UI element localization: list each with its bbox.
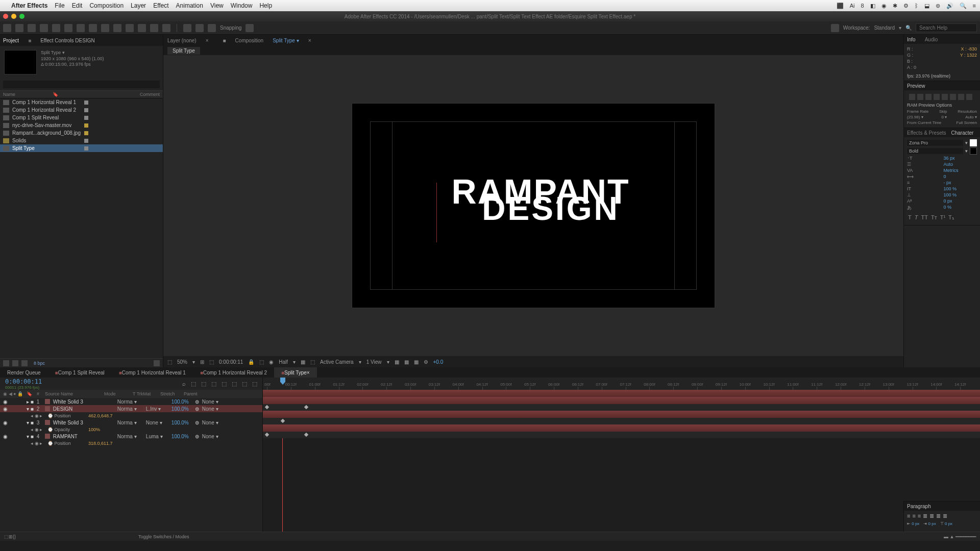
play-icon[interactable] xyxy=(925,94,932,100)
zoom-icon[interactable] xyxy=(19,14,24,19)
close-icon[interactable] xyxy=(3,14,8,19)
roto-tool-icon[interactable] xyxy=(150,24,158,32)
world-axis-icon[interactable] xyxy=(195,24,204,32)
comp-name-label[interactable]: Split Type ▾ xyxy=(41,50,104,56)
tl-opt-icon[interactable]: ⬚ xyxy=(222,381,227,387)
menu-file[interactable]: File xyxy=(55,2,64,9)
menu-edit[interactable]: Edit xyxy=(72,2,83,9)
view-axis-icon[interactable] xyxy=(208,24,216,32)
exposure-value[interactable]: +0.0 xyxy=(433,359,444,365)
tl-foot-icon[interactable]: ⬚ xyxy=(4,534,9,539)
layer-tab[interactable]: Layer (none) xyxy=(167,38,197,43)
tl-opt-icon[interactable]: ⬚ xyxy=(201,381,206,387)
tab-project[interactable]: Project xyxy=(3,38,19,43)
trash-icon[interactable] xyxy=(154,360,160,366)
spotlight-icon[interactable]: 🔍 xyxy=(960,3,967,9)
eyedropper-icon[interactable] xyxy=(970,139,977,146)
app-name[interactable]: After Effects xyxy=(11,2,47,9)
zoom-tool-icon[interactable] xyxy=(28,24,36,32)
ram-preview-icon[interactable] xyxy=(966,94,972,100)
tl-opt-icon[interactable]: ⬚ xyxy=(211,381,216,387)
tracking[interactable]: 0 xyxy=(944,174,977,179)
faux-bold-icon[interactable]: T xyxy=(908,214,912,221)
align-left-icon[interactable]: ≡ xyxy=(907,513,910,519)
ram-preview-label[interactable]: RAM Preview Options xyxy=(907,102,977,109)
faux-italic-icon[interactable]: T xyxy=(915,214,918,221)
camera-dropdown[interactable]: Active Camera xyxy=(320,359,354,365)
allcaps-icon[interactable]: TT xyxy=(921,214,927,221)
menu-composition[interactable]: Composition xyxy=(89,2,124,9)
tl-opt-icon[interactable]: ⬚ xyxy=(191,381,196,387)
font-weight-dropdown[interactable]: Bold xyxy=(907,148,963,154)
new-folder-icon[interactable] xyxy=(12,360,18,366)
menu-animation[interactable]: Animation xyxy=(176,2,203,9)
rotate-tool-icon[interactable] xyxy=(40,24,48,32)
comp-tab-link[interactable]: Split Type ▾ xyxy=(273,38,299,43)
last-frame-icon[interactable] xyxy=(942,94,948,100)
fill-color-swatch[interactable] xyxy=(970,147,977,155)
h-scale[interactable]: 100 % xyxy=(944,192,977,197)
menu-window[interactable]: Window xyxy=(231,2,253,9)
timeline-layer[interactable]: ◉▾ ■4RAMPANTNorma ▾Luma ▾100.0%⊚None ▾ xyxy=(0,433,262,440)
timeline-layer[interactable]: ◉▾ ■2DESIGNNorma ▾L.Inv ▾100.0%⊚None ▾ xyxy=(0,405,262,412)
current-time[interactable]: 0:00:00:11 xyxy=(219,359,243,365)
keyframe-icon[interactable] xyxy=(281,419,285,423)
first-frame-icon[interactable] xyxy=(909,94,915,100)
keyframe-icon[interactable] xyxy=(265,433,269,437)
baseline[interactable]: 0 px xyxy=(944,198,977,204)
menu-effect[interactable]: Effect xyxy=(153,2,168,9)
project-search[interactable] xyxy=(3,81,160,88)
views-dropdown[interactable]: 1 View xyxy=(366,359,382,365)
tab-info[interactable]: Info xyxy=(907,37,916,42)
timeline-layer[interactable]: ◉▸ ■1White Solid 3Norma ▾100.0%⊚None ▾ xyxy=(0,398,262,405)
keyframe-icon[interactable] xyxy=(265,405,269,409)
pan-behind-tool-icon[interactable] xyxy=(64,24,72,32)
leading[interactable]: Auto xyxy=(944,162,977,167)
keyframe-icon[interactable] xyxy=(304,433,308,437)
tl-opt-icon[interactable]: ⬚ xyxy=(232,381,237,387)
menu-icon[interactable]: ≡ xyxy=(973,3,976,9)
justify-center-icon[interactable]: ≣ xyxy=(929,513,934,519)
bpc-toggle[interactable]: 8 bpc xyxy=(34,361,45,366)
tab-paragraph[interactable]: Paragraph xyxy=(907,504,931,509)
minimize-icon[interactable] xyxy=(11,14,16,19)
project-item[interactable]: Rampant...ackground_008.jpg xyxy=(0,129,163,137)
text-tool-icon[interactable] xyxy=(101,24,109,32)
current-timecode[interactable]: 0:00:00:11 xyxy=(5,378,42,385)
project-item-folder[interactable]: Solids xyxy=(0,137,163,144)
new-comp-icon[interactable] xyxy=(21,360,28,366)
timeline-tracks[interactable] xyxy=(263,390,980,532)
next-frame-icon[interactable] xyxy=(934,94,940,100)
puppet-tool-icon[interactable] xyxy=(162,24,170,32)
tab-preview[interactable]: Preview xyxy=(907,83,925,89)
subscript-icon[interactable]: T₁ xyxy=(948,214,954,221)
zoom-dropdown[interactable]: 50% xyxy=(177,359,187,365)
resolution-dropdown[interactable]: Half xyxy=(279,359,288,365)
timeline-tab[interactable]: Split Type xyxy=(284,370,307,375)
justify-left-icon[interactable]: ≣ xyxy=(923,513,927,519)
toggle-switches-button[interactable]: Toggle Switches / Modes xyxy=(138,534,189,539)
tsume[interactable]: 0 % xyxy=(944,205,977,211)
project-item[interactable]: Split Type xyxy=(0,144,163,152)
keyframe-icon[interactable] xyxy=(304,405,308,409)
tl-opt-icon[interactable]: ⬚ xyxy=(242,381,247,387)
project-item[interactable]: Comp 1 Horizontal Reveal 1 xyxy=(0,98,163,106)
camera-tool-icon[interactable] xyxy=(52,24,60,32)
project-item[interactable]: Comp 1 Split Reveal xyxy=(0,114,163,121)
align-right-icon[interactable]: ≡ xyxy=(918,513,921,519)
eraser-tool-icon[interactable] xyxy=(138,24,146,32)
tl-foot-icon[interactable]: {} xyxy=(13,534,16,539)
local-axis-icon[interactable] xyxy=(183,24,191,32)
kerning[interactable]: Metrics xyxy=(944,168,977,173)
brush-tool-icon[interactable] xyxy=(113,24,121,32)
stroke-width[interactable]: - px xyxy=(944,180,977,185)
snap-opt-icon[interactable] xyxy=(246,24,254,32)
superscript-icon[interactable]: T¹ xyxy=(940,214,945,221)
layer-bar[interactable] xyxy=(263,390,980,397)
menu-view[interactable]: View xyxy=(210,2,224,9)
smallcaps-icon[interactable]: Tт xyxy=(931,214,937,221)
tab-audio[interactable]: Audio xyxy=(925,37,938,42)
layer-property[interactable]: ◂ ◉ ▸⌚ Position462.0,648.7 xyxy=(0,412,262,419)
font-size[interactable]: 36 px xyxy=(944,156,977,161)
hand-tool-icon[interactable] xyxy=(15,24,23,32)
